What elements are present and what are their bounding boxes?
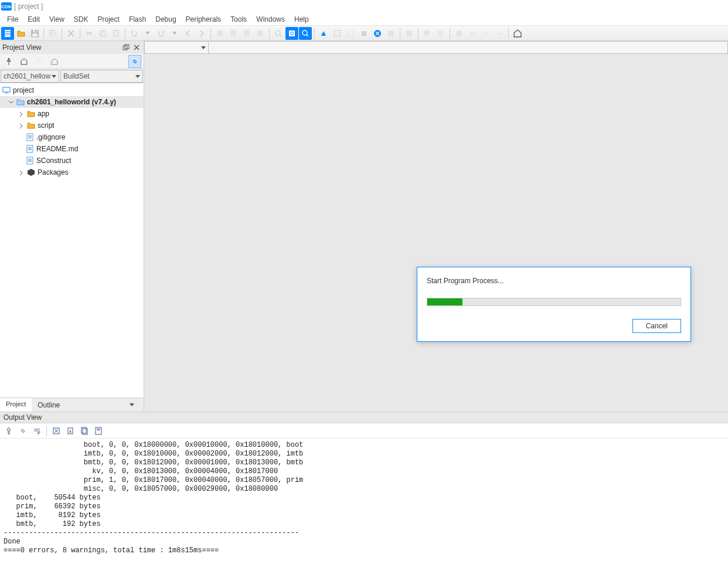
output-view-header: Output View [0,412,728,423]
expander-closed-icon[interactable] [18,110,25,117]
link3-icon[interactable] [493,27,506,40]
copy-icon[interactable] [96,27,109,40]
search-icon[interactable] [272,27,285,40]
record-icon[interactable] [453,27,465,40]
tree-packages[interactable]: Packages [0,167,144,178]
svg-rect-18 [388,30,394,36]
bookmark4-icon[interactable] [254,27,267,40]
bookmark3-icon[interactable] [240,27,253,40]
target-combo[interactable]: ch2601_hellow [1,70,59,83]
stop-build-icon[interactable] [358,27,370,40]
expander-open-icon[interactable] [7,98,14,106]
tree-label: app [38,110,49,118]
home2-icon[interactable] [18,55,30,68]
back-icon[interactable] [182,27,195,40]
build-icon[interactable] [317,27,330,40]
svg-rect-11 [289,30,295,36]
link-with-editor-icon[interactable] [128,55,141,68]
tree-folder-script[interactable]: script [0,120,144,131]
tree-file-gitignore[interactable]: .gitignore [0,131,144,143]
tree-folder-app[interactable]: app [0,108,144,120]
stop-icon[interactable] [371,27,384,40]
new-file-icon[interactable] [1,27,14,40]
breadcrumb-combo[interactable] [144,41,209,54]
close-panel-icon[interactable] [132,43,141,52]
rebuild-icon[interactable] [331,27,343,40]
undo-dropdown-icon[interactable] [141,27,154,40]
expander-closed-icon[interactable] [18,122,25,129]
pin-icon[interactable] [2,424,15,437]
link2-icon[interactable] [479,27,492,40]
bookmark1-icon[interactable] [213,27,226,40]
menu-edit[interactable]: Edit [23,14,45,25]
main-toolbar: 💾 ✂ [0,26,728,41]
redo-dropdown-icon[interactable] [168,27,181,40]
bookmark2-icon[interactable] [227,27,240,40]
cancel-button[interactable]: Cancel [632,319,681,333]
svg-point-10 [275,30,280,35]
project-view-label: Project View [2,43,41,52]
find-replace-icon[interactable] [299,27,312,40]
paste-icon[interactable] [110,27,123,40]
svg-rect-44 [97,429,100,429]
svg-rect-14 [334,30,340,36]
flash-icon[interactable] [403,27,416,40]
forward-icon[interactable] [195,27,208,40]
app-icon: CDK [1,2,12,11]
save-output-icon[interactable] [92,424,105,437]
zoom-out-icon[interactable] [434,27,447,40]
tab-project[interactable]: Project [0,398,32,412]
tree-root[interactable]: project [0,84,144,96]
chevron-down-icon [135,75,140,78]
menu-project[interactable]: Project [93,14,124,25]
locate-icon[interactable] [2,55,15,68]
tree-label: README.md [36,145,78,153]
scroll-lock-icon[interactable] [64,424,77,437]
tree-file-sconstruct[interactable]: SConstruct [0,155,144,167]
debug-icon[interactable] [385,27,397,40]
tree-root-label: project [13,86,34,94]
clean-icon[interactable] [344,27,357,40]
editor-area: Start Program Process... Cancel [144,54,728,412]
copy-output-icon[interactable] [78,424,91,437]
clear-icon[interactable] [50,424,63,437]
menu-flash[interactable]: Flash [124,14,151,25]
menu-peripherals[interactable]: Peripherals [181,14,226,25]
tree-file-readme[interactable]: README.md [0,143,144,155]
wrap-icon[interactable] [30,424,43,437]
output-toolbar [0,423,728,439]
save-all-icon[interactable] [46,27,59,40]
run-icon[interactable] [33,55,46,68]
menu-windows[interactable]: Windows [251,14,290,25]
undo-icon[interactable] [128,27,141,40]
link1-icon[interactable] [466,27,479,40]
svg-rect-8 [114,30,118,36]
menu-view[interactable]: View [45,14,69,25]
open-folder-icon[interactable] [15,27,28,40]
svg-rect-3 [5,35,11,35]
tree-project[interactable]: ch2601_helloworld (v7.4.y) [0,96,144,108]
svg-rect-25 [3,87,10,92]
menu-help[interactable]: Help [290,14,314,25]
buildset-combo[interactable]: BuildSet [60,70,143,83]
output-console[interactable]: boot, 0, 0, 0x18000000, 0x00010000, 0x18… [0,439,728,563]
find-in-files-icon[interactable] [285,27,298,40]
redo-icon[interactable] [155,27,168,40]
project-tree[interactable]: project ch2601_helloworld (v7.4.y) app s… [0,83,144,397]
menu-file[interactable]: File [2,14,23,25]
cut-icon[interactable]: ✂ [83,27,96,40]
home3-icon[interactable] [48,55,61,68]
link-icon[interactable] [16,424,29,437]
folder-icon [16,98,25,106]
zoom-in-icon[interactable] [421,27,434,40]
title-bar: CDK [ project ] [0,0,728,13]
menu-debug[interactable]: Debug [151,14,181,25]
tab-outline[interactable]: Outline [32,398,144,412]
save-icon[interactable]: 💾 [28,27,41,40]
close-icon[interactable] [64,27,77,40]
menu-tools[interactable]: Tools [226,14,251,25]
menu-sdk[interactable]: SDK [69,14,93,25]
expander-closed-icon[interactable] [18,169,25,176]
popout-icon[interactable] [121,43,131,52]
home-icon[interactable] [511,27,524,40]
